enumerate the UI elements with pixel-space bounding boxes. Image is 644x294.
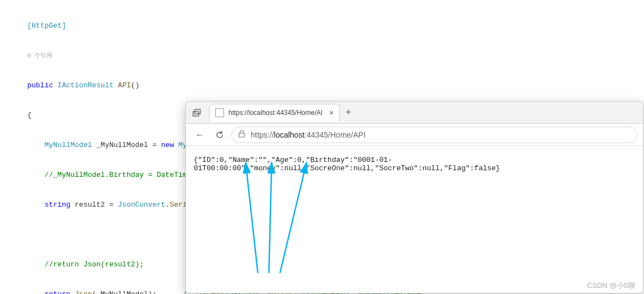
svg-line-5	[280, 162, 307, 273]
keyword-return: return	[44, 290, 70, 294]
svg-line-3	[246, 162, 258, 273]
url-text: https://localhost:44345/Home/API	[251, 130, 366, 139]
method-name: API	[118, 81, 131, 90]
response-body: {"ID":0,"Name":"","Age":0,"Birthday":"00…	[194, 156, 500, 172]
json-args: (_MyNullModel);	[92, 290, 157, 294]
attribute: [HttpGet]	[27, 22, 66, 30]
back-button[interactable]: ←	[191, 127, 208, 143]
favicon-icon	[215, 108, 224, 117]
type-jsonconvert: JsonConvert	[118, 201, 165, 209]
browser-tab[interactable]: https://localhost:44345/Home/AI ×	[209, 104, 340, 122]
var-result2: result2 =	[70, 201, 118, 209]
keyword-string: string	[44, 201, 70, 209]
method-json: Json	[70, 290, 92, 294]
keyword-public: public	[27, 81, 53, 90]
comment-return-a: //return Json(result2);	[44, 260, 143, 269]
keyword-new: new	[161, 141, 174, 149]
return-type: IActionResult	[58, 81, 113, 90]
watermark: CSDN @小5聊	[587, 281, 635, 291]
codelens-ref[interactable]: 0 个引用	[27, 53, 53, 59]
url-field[interactable]: https://localhost:44345/Home/API	[231, 127, 637, 143]
lock-icon	[238, 130, 245, 139]
svg-line-4	[269, 162, 272, 273]
tab-actions-icon[interactable]	[189, 105, 205, 120]
dot: .	[165, 201, 170, 209]
brace-open: {	[27, 111, 32, 119]
paren: ()	[131, 81, 139, 90]
svg-rect-2	[239, 133, 245, 137]
page-content: {"ID":0,"Name":"","Age":0,"Birthday":"00…	[186, 146, 643, 182]
new-tab-button[interactable]: +	[340, 107, 357, 118]
type-mynullmodel: MyNullModel	[44, 141, 92, 149]
address-bar: ← https://localhost:44345/Home/API	[186, 124, 643, 146]
browser-window: https://localhost:44345/Home/AI × + ← ht…	[185, 101, 643, 293]
close-tab-button[interactable]: ×	[327, 108, 336, 117]
var-decl: _MyNullModel =	[92, 141, 161, 149]
tab-strip: https://localhost:44345/Home/AI × +	[186, 102, 643, 124]
refresh-button[interactable]	[211, 127, 228, 143]
tab-title: https://localhost:44345/Home/AI	[228, 109, 323, 117]
